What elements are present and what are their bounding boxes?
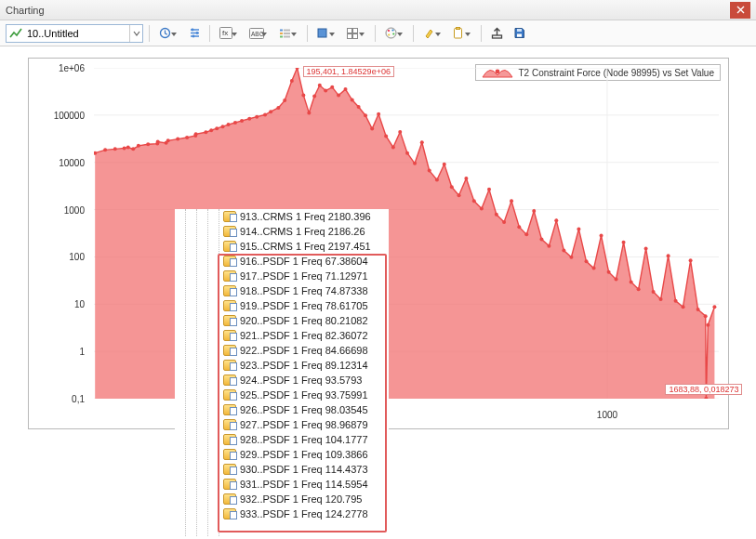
svg-point-124 xyxy=(689,258,693,262)
svg-point-75 xyxy=(330,85,334,89)
svg-rect-27 xyxy=(517,34,522,37)
svg-point-109 xyxy=(577,228,580,231)
svg-point-103 xyxy=(532,209,536,213)
dataset-label: 925..PSDF 1 Freq 93.75991 xyxy=(240,389,368,401)
palette-button[interactable] xyxy=(381,24,407,43)
dataset-list-item[interactable]: 924..PSDF 1 Freq 93.5793 xyxy=(221,373,389,388)
dataset-icon xyxy=(223,285,236,296)
dataset-list-item[interactable]: 925..PSDF 1 Freq 93.75991 xyxy=(221,388,389,402)
svg-rect-9 xyxy=(284,29,290,31)
svg-point-120 xyxy=(659,297,663,301)
svg-point-84 xyxy=(391,146,395,150)
svg-point-65 xyxy=(269,110,272,113)
dataset-list-item[interactable]: 921..PSDF 1 Freq 82.36072 xyxy=(221,328,389,343)
y-tick-label: 0,1 xyxy=(72,394,85,404)
dataset-list-item[interactable]: 932..PSDF 1 Freq 120.795 xyxy=(221,492,389,506)
dataset-list-item[interactable]: 926..PSDF 1 Freq 98.03545 xyxy=(221,402,389,417)
export-button[interactable] xyxy=(487,24,506,43)
svg-point-76 xyxy=(337,94,340,98)
svg-point-60 xyxy=(233,121,237,125)
fx-icon: fx xyxy=(219,27,232,39)
dataset-list-item[interactable]: 913..CRMS 1 Freq 2180.396 xyxy=(221,209,389,224)
save-button[interactable] xyxy=(510,24,528,43)
chart-select-input[interactable] xyxy=(25,25,129,42)
svg-point-94 xyxy=(464,177,468,180)
svg-text:ABC: ABC xyxy=(251,30,264,36)
chart-select-combo[interactable] xyxy=(6,24,143,43)
toolbar-separator xyxy=(149,25,150,42)
svg-point-54 xyxy=(194,132,198,136)
history-button[interactable] xyxy=(155,24,181,43)
toolbar-separator xyxy=(375,25,376,42)
svg-rect-12 xyxy=(280,35,283,37)
svg-point-55 xyxy=(204,130,207,134)
dataset-list-item[interactable]: 923..PSDF 1 Freq 89.12314 xyxy=(221,358,389,373)
toolbar-separator xyxy=(413,25,414,42)
dataset-label: 915..CRMS 1 Freq 2197.451 xyxy=(240,241,371,252)
dataset-icon xyxy=(223,449,236,460)
dataset-list-item[interactable]: 931..PSDF 1 Freq 114.5954 xyxy=(221,477,389,492)
fx-button[interactable]: fx xyxy=(216,24,242,43)
svg-point-81 xyxy=(370,127,374,131)
upload-icon xyxy=(491,27,503,39)
highlighter-icon xyxy=(423,27,434,39)
dataset-icon xyxy=(223,434,236,445)
svg-point-1 xyxy=(191,29,193,32)
dataset-label: 924..PSDF 1 Freq 93.5793 xyxy=(240,375,362,386)
fill-icon xyxy=(317,28,327,38)
fill-color-button[interactable] xyxy=(313,24,339,43)
charting-window: Charting fx ABC xyxy=(0,0,756,539)
svg-point-79 xyxy=(357,105,361,109)
dataset-list-item[interactable]: 915..CRMS 1 Freq 2197.451 xyxy=(221,239,389,254)
dataset-label: 918..PSDF 1 Freq 74.87338 xyxy=(240,285,368,296)
dataset-list-item[interactable]: 917..PSDF 1 Freq 71.12971 xyxy=(221,269,389,283)
dataset-list-item[interactable]: 914..CRMS 1 Freq 2186.26 xyxy=(221,224,389,239)
dataset-list-item[interactable]: 933..PSDF 1 Freq 124.2778 xyxy=(221,506,389,521)
close-button[interactable] xyxy=(730,2,750,19)
y-axis-ticks: 1e+061000001000010001001010,1 xyxy=(34,68,88,399)
svg-point-100 xyxy=(510,199,513,203)
svg-point-107 xyxy=(562,248,565,252)
svg-point-86 xyxy=(405,151,409,155)
dataset-label: 930..PSDF 1 Freq 114.4373 xyxy=(240,464,368,475)
titlebar: Charting xyxy=(0,0,756,20)
dataset-list-item[interactable]: 922..PSDF 1 Freq 84.66698 xyxy=(221,343,389,358)
options-button[interactable] xyxy=(185,24,204,43)
svg-point-48 xyxy=(156,140,160,144)
dataset-list-item[interactable]: 927..PSDF 1 Freq 98.96879 xyxy=(221,417,389,432)
dataset-list-item[interactable]: 930..PSDF 1 Freq 114.4373 xyxy=(221,462,389,477)
dataset-icon xyxy=(223,360,236,371)
svg-point-122 xyxy=(674,299,678,303)
svg-point-89 xyxy=(428,169,431,173)
svg-point-20 xyxy=(388,30,390,32)
toolbar: fx ABC xyxy=(0,20,756,46)
dataset-list-item[interactable]: 918..PSDF 1 Freq 74.87338 xyxy=(221,283,389,298)
dataset-icon xyxy=(223,464,236,475)
chart-select-dropdown[interactable] xyxy=(129,25,142,42)
svg-point-50 xyxy=(166,138,170,142)
dataset-list-item[interactable]: 916..PSDF 1 Freq 67.38604 xyxy=(221,254,389,269)
clipboard-button[interactable] xyxy=(449,24,475,43)
dataset-list-item[interactable]: 920..PSDF 1 Freq 80.21082 xyxy=(221,313,389,328)
dataset-list[interactable]: 913..CRMS 1 Freq 2180.396914..CRMS 1 Fre… xyxy=(221,209,389,521)
marker-button[interactable] xyxy=(419,24,445,43)
svg-point-121 xyxy=(667,254,670,257)
svg-point-64 xyxy=(263,113,267,117)
svg-point-97 xyxy=(487,188,491,191)
grid-style-button[interactable] xyxy=(343,24,369,43)
dataset-icon xyxy=(223,330,236,341)
svg-point-52 xyxy=(185,136,189,139)
svg-point-102 xyxy=(524,232,528,236)
dataset-list-item[interactable]: 929..PSDF 1 Freq 109.3866 xyxy=(221,447,389,462)
legend-button[interactable] xyxy=(275,24,301,43)
svg-point-115 xyxy=(622,241,626,244)
chart-annotation-tail: 1683,88, 0,018273 xyxy=(665,384,742,395)
svg-point-41 xyxy=(113,147,117,151)
abc-icon: ABC xyxy=(249,28,264,39)
dataset-list-item[interactable]: 928..PSDF 1 Freq 104.1777 xyxy=(221,432,389,447)
svg-point-44 xyxy=(131,147,135,151)
dataset-list-item[interactable]: 919..PSDF 1 Freq 78.61705 xyxy=(221,298,389,313)
label-button[interactable]: ABC xyxy=(245,24,272,43)
chart-annotation-peak: 195,401, 1.84529e+06 xyxy=(303,66,394,77)
svg-point-62 xyxy=(247,117,251,121)
